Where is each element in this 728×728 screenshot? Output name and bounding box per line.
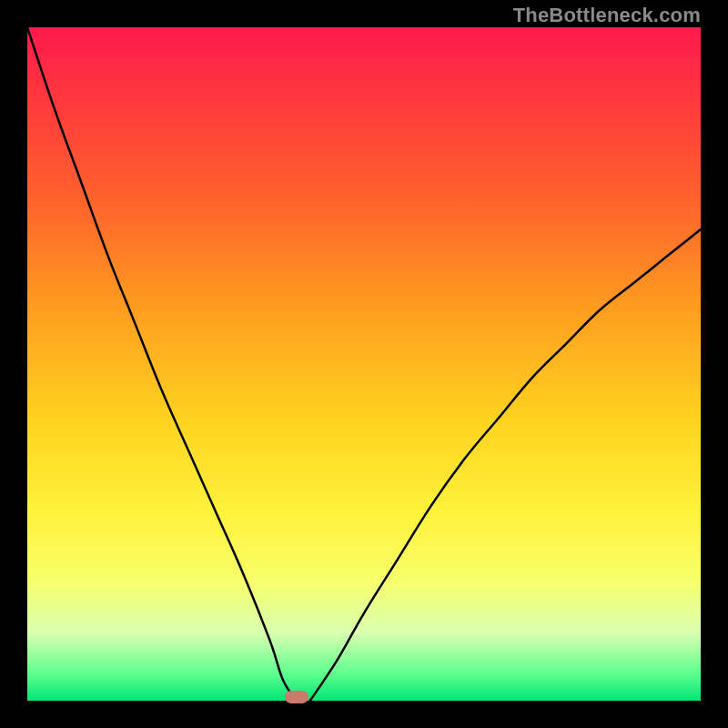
chart-frame: TheBottleneck.com [0,0,728,728]
plot-area [27,27,701,701]
watermark-text: TheBottleneck.com [513,4,701,27]
curve-left-branch [27,27,297,701]
bottleneck-curve [27,27,701,701]
curve-right-branch [310,229,701,701]
min-marker [285,691,308,703]
